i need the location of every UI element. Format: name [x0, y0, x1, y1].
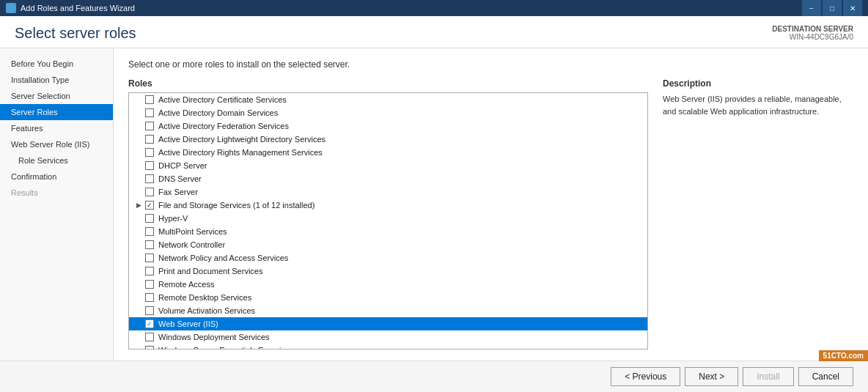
- role-label-file-storage: File and Storage Services (1 of 12 insta…: [158, 201, 315, 210]
- roles-container: Roles Active Directory Certificate Servi…: [128, 78, 853, 350]
- checkbox-multipoint[interactable]: [145, 227, 154, 236]
- expand-placeholder: [133, 279, 144, 289]
- expand-placeholder: [133, 174, 144, 184]
- sidebar-item-confirmation[interactable]: Confirmation: [0, 169, 113, 185]
- checkbox-dns[interactable]: [145, 174, 154, 183]
- role-item-dhcp[interactable]: DHCP Server: [129, 159, 647, 172]
- expand-placeholder: [133, 332, 144, 342]
- expand-placeholder: [133, 226, 144, 237]
- bottom-bar: < Previous Next > Install Cancel: [0, 360, 868, 392]
- roles-section: Roles Active Directory Certificate Servi…: [128, 78, 648, 350]
- checkbox-ad-lds[interactable]: [145, 135, 154, 144]
- previous-button[interactable]: < Previous: [611, 367, 680, 386]
- expand-placeholder: [133, 121, 144, 131]
- expand-placeholder: [133, 160, 144, 171]
- role-label-print-doc: Print and Document Services: [158, 267, 262, 275]
- role-item-network-ctrl[interactable]: Network Controller: [129, 238, 647, 251]
- checkbox-file-storage[interactable]: ✓: [145, 201, 154, 210]
- expand-placeholder: [133, 213, 144, 223]
- window-title: Add Roles and Features Wizard: [21, 4, 135, 12]
- restore-button[interactable]: □: [823, 0, 842, 16]
- role-item-ad-ds[interactable]: Active Directory Domain Services: [129, 106, 647, 119]
- checkbox-fax[interactable]: [145, 188, 154, 196]
- role-label-fax: Fax Server: [158, 188, 198, 196]
- role-item-ad-cs[interactable]: Active Directory Certificate Services: [129, 93, 647, 106]
- role-item-npas[interactable]: Network Policy and Access Services: [129, 251, 647, 265]
- checkbox-ad-fs[interactable]: [145, 122, 154, 130]
- role-label-ad-cs: Active Directory Certificate Services: [158, 95, 287, 104]
- close-button[interactable]: ✕: [843, 0, 862, 16]
- checkbox-npas[interactable]: [145, 254, 154, 262]
- role-item-wds[interactable]: Windows Deployment Services: [129, 330, 647, 344]
- cancel-button[interactable]: Cancel: [798, 367, 853, 386]
- sidebar-item-installation-type[interactable]: Installation Type: [0, 72, 113, 88]
- sidebar-item-before-you-begin[interactable]: Before You Begin: [0, 56, 113, 72]
- destination-server: DESTINATION SERVER WIN-44DC9G6JA/0: [772, 25, 853, 41]
- role-label-dhcp: DHCP Server: [158, 161, 207, 170]
- expand-placeholder: [133, 240, 144, 250]
- expand-placeholder: [133, 95, 144, 105]
- role-label-ad-ds: Active Directory Domain Services: [158, 108, 278, 117]
- role-label-wse: Windows Server Essentials Experience: [158, 346, 298, 350]
- main-window: Select server roles DESTINATION SERVER W…: [0, 16, 868, 392]
- role-item-fax[interactable]: Fax Server: [129, 185, 647, 199]
- destination-value: WIN-44DC9G6JA/0: [772, 33, 853, 41]
- checkbox-iis[interactable]: ✓: [145, 319, 154, 328]
- checkbox-remote-access[interactable]: [145, 280, 154, 289]
- role-item-print-doc[interactable]: Print and Document Services: [129, 265, 647, 278]
- role-item-ad-fs[interactable]: Active Directory Federation Services: [129, 119, 647, 133]
- role-label-wds: Windows Deployment Services: [158, 333, 270, 341]
- role-label-hyper-v: Hyper-V: [158, 214, 188, 223]
- page-title: Select server roles: [15, 25, 136, 42]
- role-label-ad-lds: Active Directory Lightweight Directory S…: [158, 135, 326, 144]
- expand-arrow-file-storage[interactable]: ▶: [133, 200, 144, 210]
- role-label-volume-act: Volume Activation Services: [158, 306, 255, 315]
- checkbox-print-doc[interactable]: [145, 267, 154, 275]
- sidebar-item-role-services[interactable]: Role Services: [0, 152, 113, 169]
- content-area: Before You Begin Installation Type Serve…: [0, 48, 868, 360]
- role-label-ad-rms: Active Directory Rights Management Servi…: [158, 148, 323, 157]
- description-label: Description: [663, 78, 853, 89]
- sidebar-item-web-server-role[interactable]: Web Server Role (IIS): [0, 136, 113, 152]
- checkbox-ad-cs[interactable]: [145, 95, 154, 104]
- role-label-rds: Remote Desktop Services: [158, 293, 251, 302]
- expand-placeholder: [133, 292, 144, 303]
- expand-placeholder: [133, 319, 144, 329]
- expand-placeholder: [133, 266, 144, 276]
- checkbox-volume-act[interactable]: [145, 306, 154, 315]
- checkbox-ad-ds[interactable]: [145, 108, 154, 117]
- role-item-remote-access[interactable]: Remote Access: [129, 278, 647, 291]
- role-label-iis: Web Server (IIS): [158, 319, 218, 328]
- role-label-network-ctrl: Network Controller: [158, 240, 225, 249]
- roles-list[interactable]: Active Directory Certificate Services Ac…: [128, 92, 648, 350]
- page-header: Select server roles DESTINATION SERVER W…: [0, 16, 868, 48]
- checkbox-wse[interactable]: [145, 346, 154, 350]
- checkbox-network-ctrl[interactable]: [145, 240, 154, 249]
- checkbox-rds[interactable]: [145, 293, 154, 302]
- minimize-button[interactable]: −: [802, 0, 821, 16]
- checkbox-ad-rms[interactable]: [145, 148, 154, 157]
- install-button[interactable]: Install: [743, 367, 793, 386]
- role-item-multipoint[interactable]: MultiPoint Services: [129, 225, 647, 238]
- role-item-rds[interactable]: Remote Desktop Services: [129, 291, 647, 304]
- role-item-volume-act[interactable]: Volume Activation Services: [129, 304, 647, 317]
- role-item-wse[interactable]: Windows Server Essentials Experience: [129, 344, 647, 350]
- expand-placeholder: [133, 134, 144, 144]
- checkbox-hyper-v[interactable]: [145, 214, 154, 223]
- role-item-ad-rms[interactable]: Active Directory Rights Management Servi…: [129, 146, 647, 159]
- role-item-ad-lds[interactable]: Active Directory Lightweight Directory S…: [129, 133, 647, 146]
- role-item-iis[interactable]: ✓ Web Server (IIS): [129, 317, 647, 330]
- checkbox-dhcp[interactable]: [145, 161, 154, 170]
- role-label-multipoint: MultiPoint Services: [158, 227, 227, 236]
- sidebar-item-server-selection[interactable]: Server Selection: [0, 88, 113, 104]
- main-panel: Select one or more roles to install on t…: [114, 48, 868, 360]
- next-button[interactable]: Next >: [685, 367, 738, 386]
- role-item-hyper-v[interactable]: Hyper-V: [129, 212, 647, 225]
- role-item-dns[interactable]: DNS Server: [129, 172, 647, 185]
- expand-placeholder: [133, 147, 144, 158]
- description-section: Description Web Server (IIS) provides a …: [663, 78, 853, 350]
- sidebar-item-features[interactable]: Features: [0, 120, 113, 136]
- sidebar-item-server-roles[interactable]: Server Roles: [0, 104, 113, 120]
- checkbox-wds[interactable]: [145, 333, 154, 341]
- role-item-file-storage[interactable]: ▶ ✓ File and Storage Services (1 of 12 i…: [129, 199, 647, 212]
